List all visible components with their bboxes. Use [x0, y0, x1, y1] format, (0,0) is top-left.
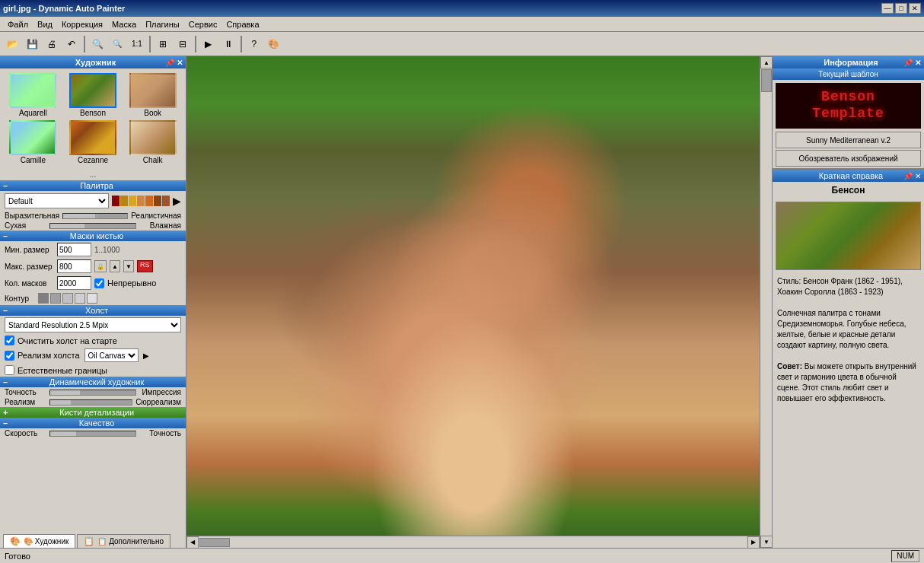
- toolbar-print[interactable]: 🖨: [43, 35, 61, 53]
- title-bar: girl.jpg - Dynamic Auto Painter — □ ✕: [0, 0, 924, 17]
- realism-label: Реализм: [5, 398, 46, 406]
- arrow-up-btn[interactable]: ▲: [110, 260, 120, 272]
- quality-accuracy-label: Точность: [139, 429, 181, 437]
- color-swatch-6[interactable]: [154, 196, 161, 206]
- close-icon[interactable]: ✕: [177, 59, 183, 67]
- additional-tab-icon: 📋: [84, 536, 94, 546]
- accuracy-slider[interactable]: [49, 390, 136, 396]
- thumb-camille[interactable]: Camille: [5, 120, 62, 164]
- pin-icon[interactable]: 📌: [165, 59, 174, 67]
- palette-arrow[interactable]: ▶: [173, 195, 181, 207]
- brush-masks-collapse-btn[interactable]: –: [3, 231, 8, 240]
- thumb-book[interactable]: Book: [124, 73, 181, 117]
- help-pin-icon[interactable]: 📌: [903, 172, 913, 180]
- info-close-icon[interactable]: ✕: [915, 59, 921, 67]
- horiz-scroll-thumb[interactable]: [199, 538, 230, 547]
- realism-surrealism-row: Реализм Сюрреализм: [0, 397, 186, 407]
- lock-button[interactable]: 🔒: [94, 260, 107, 272]
- palette-collapse-btn[interactable]: –: [3, 181, 8, 190]
- menu-mask[interactable]: Маска: [107, 18, 141, 30]
- toolbar-zoom-1to1[interactable]: 1:1: [128, 35, 146, 53]
- toolbar-play[interactable]: ▶: [199, 35, 218, 53]
- speed-slider[interactable]: [49, 431, 136, 437]
- menu-help[interactable]: Справка: [221, 18, 263, 30]
- contour-swatch-5[interactable]: [87, 293, 97, 304]
- canvas-collapse-btn[interactable]: –: [3, 306, 8, 315]
- menu-file[interactable]: Файл: [3, 18, 33, 30]
- rs-button[interactable]: RS: [137, 260, 153, 272]
- toolbar-pause[interactable]: ⏸: [219, 35, 237, 53]
- template-name: BensonTemplate: [812, 89, 884, 122]
- clear-canvas-checkbox[interactable]: [5, 336, 14, 345]
- help-close-icon[interactable]: ✕: [915, 172, 921, 180]
- color-swatch-1[interactable]: [112, 196, 119, 206]
- realism-slider[interactable]: [49, 399, 132, 406]
- color-swatch-5[interactable]: [145, 196, 153, 206]
- toolbar-zoom-out[interactable]: 🔍: [108, 35, 126, 53]
- quality-collapse-btn[interactable]: –: [3, 418, 8, 428]
- toolbar-undo[interactable]: ↶: [62, 35, 81, 53]
- toolbar-zoom-in[interactable]: 🔍: [88, 35, 107, 53]
- palette-select[interactable]: Default: [5, 193, 109, 208]
- arrow-down-btn[interactable]: ▼: [123, 260, 134, 272]
- toolbar-paint[interactable]: 🎨: [265, 35, 283, 53]
- color-swatch-7[interactable]: [162, 196, 170, 206]
- continuous-checkbox[interactable]: [94, 278, 104, 288]
- menu-plugins[interactable]: Плагины: [141, 18, 184, 30]
- toolbar-grid[interactable]: ⊞: [154, 35, 172, 53]
- speed-label: Скорость: [5, 429, 46, 437]
- expressive-slider[interactable]: [62, 213, 128, 219]
- tab-additional[interactable]: 📋 📋 Дополнительно: [77, 534, 170, 548]
- toolbar-save[interactable]: 💾: [23, 35, 41, 53]
- vert-scroll-track[interactable]: [760, 68, 772, 536]
- min-size-range: 1..1000: [94, 246, 119, 254]
- scroll-right-btn[interactable]: ▶: [747, 536, 760, 549]
- thumb-cezanne[interactable]: Cezanne: [65, 120, 122, 164]
- vert-scroll-thumb[interactable]: [761, 69, 772, 92]
- menu-service[interactable]: Сервис: [184, 18, 222, 30]
- minimize-button[interactable]: —: [881, 3, 894, 14]
- horiz-scroll-track[interactable]: [199, 537, 747, 548]
- contour-swatch-1[interactable]: [38, 293, 49, 304]
- toolbar-open[interactable]: 📂: [3, 35, 21, 53]
- contour-swatch-4[interactable]: [75, 293, 85, 304]
- menu-correction[interactable]: Коррекция: [57, 18, 107, 30]
- close-button[interactable]: ✕: [909, 3, 921, 14]
- left-panel: Художник 📌 ✕ Aquarell Benson Book: [0, 56, 186, 548]
- contour-swatch-2[interactable]: [50, 293, 61, 304]
- mask-count-input[interactable]: [57, 276, 91, 290]
- min-size-input[interactable]: [57, 243, 91, 256]
- help-panel-header: Краткая справка 📌 ✕: [773, 170, 924, 182]
- scroll-up-btn[interactable]: ▲: [760, 56, 773, 68]
- toolbar-canvas[interactable]: ⊟: [174, 35, 192, 53]
- color-swatch-4[interactable]: [137, 196, 145, 206]
- dry-wet-slider[interactable]: [49, 223, 136, 229]
- natural-borders-checkbox[interactable]: [5, 365, 14, 375]
- color-swatch-3[interactable]: [129, 196, 136, 206]
- window-controls: — □ ✕: [881, 3, 921, 14]
- dynamic-collapse-btn[interactable]: –: [3, 377, 8, 386]
- contour-swatch-3[interactable]: [62, 293, 73, 304]
- image-viewer-button[interactable]: Обозреватель изображений: [776, 150, 921, 167]
- expressive-realistic-row: Выразительная Реалистичная: [0, 211, 186, 221]
- toolbar-help[interactable]: ?: [245, 35, 263, 53]
- thumb-chalk[interactable]: Chalk: [124, 120, 181, 164]
- canvas-type-select[interactable]: Oil Canvas: [84, 348, 139, 362]
- scroll-down-btn[interactable]: ▼: [760, 536, 773, 548]
- thumb-aquarell[interactable]: Aquarell: [5, 73, 62, 117]
- thumb-benson[interactable]: Benson: [65, 73, 122, 117]
- style-button[interactable]: Sunny Mediterranean v.2: [776, 132, 921, 148]
- detail-brushes-expand-btn[interactable]: +: [3, 408, 8, 417]
- canvas-area[interactable]: [186, 56, 760, 536]
- color-swatch-2[interactable]: [120, 196, 128, 206]
- max-size-input[interactable]: [57, 259, 91, 273]
- maximize-button[interactable]: □: [895, 3, 907, 14]
- tab-artist[interactable]: 🎨 🎨 Художник: [3, 534, 75, 548]
- canvas-realism-checkbox[interactable]: [5, 351, 14, 361]
- info-pin-icon[interactable]: 📌: [903, 59, 913, 67]
- canvas-type-arrow[interactable]: ▶: [143, 351, 149, 360]
- menu-view[interactable]: Вид: [33, 18, 57, 30]
- scroll-left-btn[interactable]: ◀: [186, 536, 199, 549]
- max-size-label: Макс. размер: [5, 262, 54, 271]
- resolution-select[interactable]: Standard Resolution 2.5 Mpix: [5, 317, 181, 332]
